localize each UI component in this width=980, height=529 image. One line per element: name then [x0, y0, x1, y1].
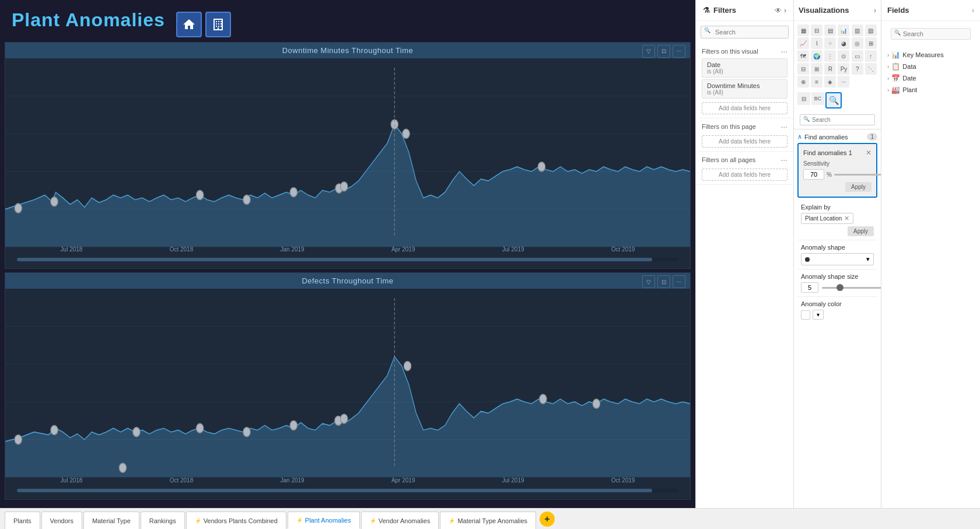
filters-eye-btn[interactable]: 👁: [775, 6, 782, 15]
fields-tree-plant[interactable]: › 🏭 Plant: [881, 84, 980, 96]
tab-vendors[interactable]: Vendors: [41, 512, 82, 529]
viz-stacked-bar-btn[interactable]: ⊟: [811, 24, 822, 36]
defects-chart-filter-btn[interactable]: ▽: [642, 275, 655, 288]
filters-search-input[interactable]: [701, 26, 789, 38]
page-title: Plant Anomalies: [12, 9, 165, 30]
explain-by-apply-btn[interactable]: Apply: [848, 226, 874, 236]
viz-r-script-btn[interactable]: R: [824, 63, 836, 75]
viz-python-btn[interactable]: Py: [838, 63, 849, 75]
defects-chart-header: Defects Throughout Time ▽ ⊡ ···: [5, 273, 690, 289]
viz-funnel-btn[interactable]: ⋮: [824, 50, 836, 62]
defects-chart-focus-btn[interactable]: ⊡: [657, 275, 670, 288]
fields-tree-date[interactable]: › 📅 Date: [881, 72, 980, 84]
viz-donut-btn[interactable]: ◎: [852, 37, 863, 49]
chart-filter-btn[interactable]: ▽: [642, 45, 655, 58]
filter-date-value: is (All): [707, 68, 782, 75]
building-icon-button[interactable]: [205, 12, 231, 37]
viz-search-input[interactable]: [800, 114, 875, 125]
tab-rankings[interactable]: Rankings: [141, 512, 185, 529]
viz-100pct-col-btn[interactable]: ▧: [865, 24, 877, 36]
add-tab-btn[interactable]: +: [540, 512, 555, 527]
tab-plants[interactable]: Plants: [5, 512, 40, 529]
viz-table2-btn[interactable]: ⊟: [797, 92, 810, 105]
viz-chevron-btn[interactable]: ›: [874, 6, 876, 15]
viz-power-apps-btn[interactable]: ◈: [824, 76, 836, 87]
chart-more-btn[interactable]: ···: [673, 45, 685, 58]
svg-point-27: [341, 414, 348, 423]
filter-icon: ⚗: [703, 6, 710, 15]
filter-downtime-item[interactable]: Downtime Minutes is (All): [702, 79, 788, 99]
filters-on-page-add-btn[interactable]: Add data fields here: [702, 135, 788, 148]
viz-gauge-btn[interactable]: ⊙: [838, 50, 849, 62]
viz-filled-map-btn[interactable]: 🌍: [811, 50, 822, 62]
svg-point-9: [290, 187, 297, 197]
tab-material-type-anomalies-label: Material Type Anomalies: [457, 517, 527, 524]
viz-stacked-col-btn[interactable]: ▥: [852, 24, 863, 36]
fields-panel-chevron-btn[interactable]: ›: [972, 6, 974, 15]
viz-smart-narrative-btn[interactable]: ≡: [811, 76, 822, 87]
tab-material-type-anomalies[interactable]: ⚡ Material Type Anomalies: [440, 512, 536, 529]
anomaly-popup-close-btn[interactable]: ✕: [866, 149, 872, 157]
viz-column-chart-btn[interactable]: 📊: [838, 24, 849, 36]
anomaly-shape-select[interactable]: ▾: [801, 253, 874, 265]
viz-decomp-tree-btn[interactable]: ⋱: [865, 63, 877, 75]
fields-tree-key-measures[interactable]: › 📊 Key Measures: [881, 49, 980, 61]
home-icon-button[interactable]: [176, 12, 202, 37]
anomaly-color-swatch[interactable]: [801, 310, 810, 320]
tab-plant-anomalies[interactable]: ⚡ Plant Anomalies: [288, 512, 360, 529]
filters-on-page-section: Filters on this page ··· Add data fields…: [696, 118, 793, 152]
viz-matrix-btn[interactable]: ⊞: [811, 63, 822, 75]
viz-kpi-btn[interactable]: ↑: [865, 50, 877, 62]
data-chevron: ›: [887, 64, 889, 70]
filter-date-item[interactable]: Date is (All): [702, 58, 788, 78]
filters-on-visual-dots[interactable]: ···: [780, 47, 788, 56]
filters-chevron-btn[interactable]: ›: [784, 6, 786, 15]
viz-map-btn[interactable]: 🗺: [797, 50, 809, 62]
filters-on-all-dots[interactable]: ···: [780, 155, 788, 164]
viz-more-btn[interactable]: ···: [838, 76, 849, 87]
viz-pie-chart-btn[interactable]: ◕: [838, 37, 849, 49]
chart-focus-btn[interactable]: ⊡: [657, 45, 670, 58]
tab-vendors-plants[interactable]: ⚡ Vendors Plants Combined: [186, 512, 286, 529]
tab-vendor-anomalies[interactable]: ⚡ Vendor Anomalies: [361, 512, 439, 529]
viz-scatter-btn[interactable]: ⁘: [824, 37, 836, 49]
viz-100pct-bar-btn[interactable]: ▤: [824, 24, 836, 36]
fields-panel: Fields › › 📊 Key Measures › 📋 Data › 📅: [881, 0, 980, 508]
viz-bar-chart-btn[interactable]: ▦: [797, 24, 809, 36]
viz-key-influencers-btn[interactable]: ⊕: [797, 76, 809, 87]
filters-on-all-section: Filters on all pages ··· Add data fields…: [696, 152, 793, 185]
find-anomalies-chevron[interactable]: ∧: [797, 133, 802, 141]
color-swatch-row: ▾: [801, 310, 874, 320]
viz-area-chart-btn[interactable]: ⌇: [811, 37, 822, 49]
viz-card-btn[interactable]: ▭: [852, 50, 863, 62]
sensitivity-label: Sensitivity: [803, 160, 872, 167]
filters-header-icons: 👁 ›: [775, 6, 786, 15]
explain-by-tag: Plant Location ✕: [801, 213, 853, 224]
filters-on-visual-add-btn[interactable]: Add data fields here: [702, 102, 788, 114]
viz-qna-btn[interactable]: ?: [852, 63, 863, 75]
fields-tree-data[interactable]: › 📋 Data: [881, 61, 980, 72]
tab-vendors-plants-label: Vendors Plants Combined: [204, 517, 278, 524]
fields-search-input[interactable]: [891, 28, 971, 40]
svg-point-24: [243, 428, 250, 437]
tab-material-type-anomalies-icon: ⚡: [449, 518, 455, 524]
viz-anomaly-detection-btn[interactable]: 🔍: [825, 92, 842, 108]
explain-by-tag-close-btn[interactable]: ✕: [844, 215, 849, 222]
defects-xlabel-5: Oct 2019: [611, 477, 635, 484]
sensitivity-input[interactable]: [803, 169, 824, 180]
viz-treemap-btn[interactable]: ⊞: [865, 37, 877, 49]
viz-line-chart-btn[interactable]: 📈: [797, 37, 809, 49]
defects-chart-more-btn[interactable]: ···: [673, 275, 685, 288]
explain-by-tag-label: Plant Location: [805, 215, 842, 222]
viz-bc-btn[interactable]: BC: [811, 92, 824, 105]
viz-table-btn[interactable]: ⊟: [797, 63, 809, 75]
filters-on-page-dots[interactable]: ···: [780, 122, 788, 131]
anomaly-popup-apply-btn[interactable]: Apply: [845, 182, 872, 192]
svg-point-30: [593, 400, 600, 409]
anomaly-size-input[interactable]: [801, 282, 818, 293]
filters-on-all-label: Filters on all pages: [702, 156, 755, 163]
anomaly-color-dropdown[interactable]: ▾: [813, 310, 824, 320]
viz-panel: Visualizations › ▦ ⊟ ▤ 📊 ▥ ▧ 📈 ⌇ ⁘ ◕ ◎ ⊞…: [793, 0, 881, 508]
filters-on-all-add-btn[interactable]: Add data fields here: [702, 169, 788, 181]
tab-material-type[interactable]: Material Type: [83, 512, 139, 529]
